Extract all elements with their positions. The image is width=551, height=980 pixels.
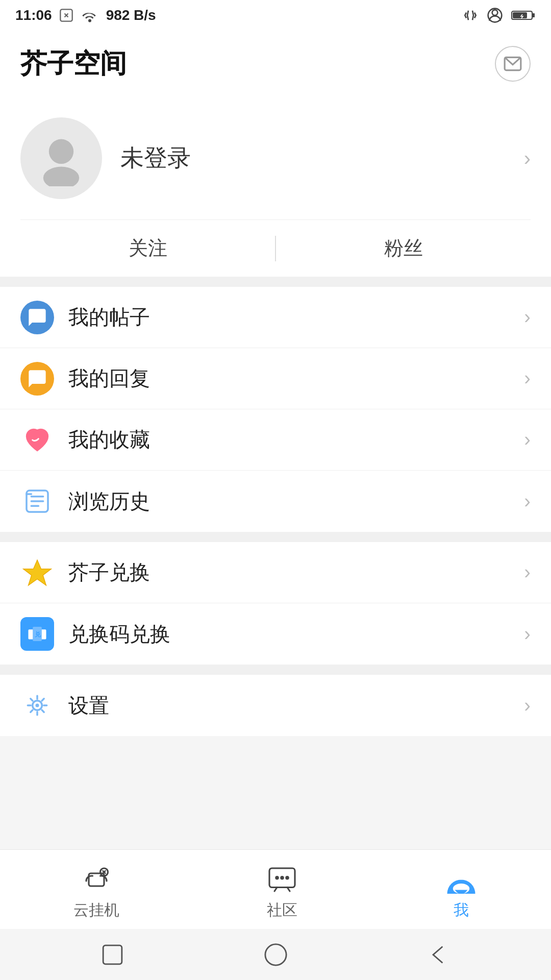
mail-icon bbox=[503, 54, 522, 74]
jizi-exchange-label: 芥子兑换 bbox=[68, 558, 510, 586]
menu-item-code-exchange[interactable]: 兑 兑换码兑换 › bbox=[0, 603, 551, 665]
home-circle-btn[interactable] bbox=[262, 941, 290, 969]
page-title: 芥子空间 bbox=[20, 46, 127, 82]
my-favorites-icon bbox=[20, 423, 54, 457]
nav-item-community[interactable]: 社区 bbox=[266, 862, 298, 921]
my-favorites-chevron: › bbox=[524, 429, 531, 451]
browse-history-chevron: › bbox=[524, 491, 531, 512]
status-left: 11:06 982 B/s bbox=[15, 7, 156, 23]
my-replies-icon bbox=[20, 362, 54, 396]
jizi-exchange-icon bbox=[20, 556, 54, 590]
me-icon bbox=[445, 862, 478, 895]
my-favorites-label: 我的收藏 bbox=[68, 426, 510, 454]
my-replies-chevron: › bbox=[524, 368, 531, 389]
mail-button[interactable] bbox=[495, 46, 531, 82]
nav-cloud-label: 云挂机 bbox=[73, 900, 119, 921]
menu-section-2: 芥子兑换 › 兑 兑换码兑换 › bbox=[0, 542, 551, 665]
menu-item-my-favorites[interactable]: 我的收藏 › bbox=[0, 409, 551, 471]
battery-icon bbox=[511, 8, 536, 22]
menu-item-jizi-exchange[interactable]: 芥子兑换 › bbox=[0, 542, 551, 603]
svg-line-27 bbox=[31, 699, 33, 701]
menu-section-3: 设置 › bbox=[0, 675, 551, 736]
code-exchange-chevron: › bbox=[524, 623, 531, 645]
menu-item-my-replies[interactable]: 我的回复 › bbox=[0, 348, 551, 409]
menu-item-browse-history[interactable]: 浏览历史 › bbox=[0, 471, 551, 532]
separator-3 bbox=[0, 665, 551, 675]
bottom-nav: 云挂机 社区 我 bbox=[0, 849, 551, 929]
header: 芥子空间 bbox=[0, 31, 551, 97]
svg-text:兑: 兑 bbox=[35, 631, 41, 638]
menu-item-my-posts[interactable]: 我的帖子 › bbox=[0, 287, 551, 348]
nav-item-me[interactable]: 我 bbox=[445, 862, 478, 921]
home-bar bbox=[0, 929, 551, 980]
menu-section-1: 我的帖子 › 我的回复 › 我的收藏 › 浏览历史 › bbox=[0, 287, 551, 532]
svg-line-29 bbox=[42, 699, 44, 701]
svg-line-30 bbox=[31, 710, 33, 712]
my-posts-icon bbox=[20, 301, 54, 334]
profile-chevron-icon: › bbox=[524, 147, 531, 170]
svg-rect-6 bbox=[532, 13, 535, 17]
nav-me-label: 我 bbox=[454, 900, 469, 921]
nav-community-label: 社区 bbox=[267, 900, 297, 921]
status-bar: 11:06 982 B/s bbox=[0, 0, 551, 31]
back-triangle-btn[interactable] bbox=[425, 941, 453, 969]
profile-row[interactable]: 未登录 › bbox=[20, 117, 531, 219]
browse-history-label: 浏览历史 bbox=[68, 487, 510, 516]
profile-section: 未登录 › 关注 粉丝 bbox=[0, 97, 551, 277]
vibrate-icon bbox=[462, 7, 479, 23]
separator-1 bbox=[0, 277, 551, 287]
status-right bbox=[462, 7, 536, 23]
avatar bbox=[20, 117, 102, 199]
account-icon bbox=[487, 7, 503, 23]
time: 11:06 bbox=[15, 7, 52, 23]
svg-point-37 bbox=[280, 876, 284, 880]
svg-point-22 bbox=[36, 704, 39, 707]
cloud-icon bbox=[80, 862, 113, 895]
svg-point-43 bbox=[265, 944, 286, 965]
back-square-btn[interactable] bbox=[98, 941, 127, 969]
svg-point-10 bbox=[43, 167, 79, 187]
svg-point-40 bbox=[456, 870, 466, 880]
svg-point-38 bbox=[285, 876, 289, 880]
svg-marker-18 bbox=[23, 560, 52, 585]
svg-line-28 bbox=[42, 710, 44, 712]
settings-chevron: › bbox=[524, 695, 531, 717]
community-icon bbox=[266, 862, 298, 895]
svg-point-36 bbox=[275, 876, 279, 880]
code-exchange-label: 兑换码兑换 bbox=[68, 620, 510, 648]
settings-label: 设置 bbox=[68, 692, 510, 720]
menu-item-settings[interactable]: 设置 › bbox=[0, 675, 551, 736]
avatar-placeholder-icon bbox=[33, 130, 89, 186]
separator-2 bbox=[0, 532, 551, 542]
settings-icon bbox=[20, 689, 54, 722]
my-posts-chevron: › bbox=[524, 306, 531, 328]
wifi-icon bbox=[81, 8, 99, 22]
jizi-exchange-chevron: › bbox=[524, 561, 531, 583]
svg-point-9 bbox=[49, 139, 73, 164]
svg-rect-7 bbox=[513, 12, 527, 18]
x-icon bbox=[59, 8, 73, 22]
svg-rect-42 bbox=[103, 945, 122, 964]
svg-point-3 bbox=[492, 10, 498, 15]
fans-stat[interactable]: 粉丝 bbox=[276, 235, 531, 261]
my-posts-label: 我的帖子 bbox=[68, 303, 510, 331]
follow-stat[interactable]: 关注 bbox=[20, 235, 275, 261]
browse-history-icon bbox=[20, 484, 54, 518]
nav-item-cloud[interactable]: 云挂机 bbox=[73, 862, 119, 921]
my-replies-label: 我的回复 bbox=[68, 364, 510, 393]
code-exchange-icon: 兑 bbox=[20, 617, 54, 651]
stats-row: 关注 粉丝 bbox=[20, 219, 531, 277]
network-speed: 982 B/s bbox=[106, 7, 156, 23]
profile-name: 未登录 bbox=[120, 142, 506, 174]
